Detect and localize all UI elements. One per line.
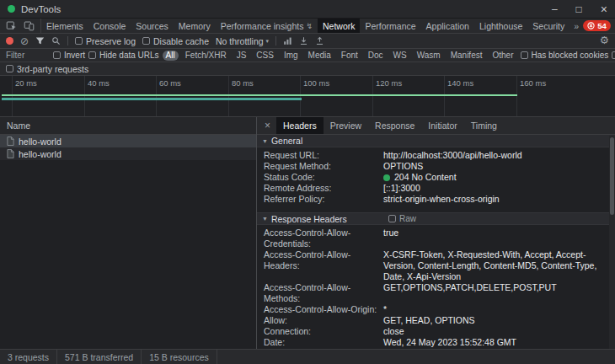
has-blocked-cookies-label: Has blocked cookies [532, 51, 609, 60]
request-row[interactable]: hello-world [0, 135, 256, 147]
request-row[interactable]: hello-world [0, 147, 256, 160]
tab-elements[interactable]: Elements [41, 19, 88, 33]
inspect-icon[interactable] [3, 20, 20, 31]
import-har-icon[interactable] [299, 36, 308, 46]
filter-type-other[interactable]: Other [489, 51, 516, 61]
throttling-value: No throttling [216, 36, 264, 46]
header-value: GET, HEAD, OPTIONS [383, 315, 608, 326]
filter-type-js[interactable]: JS [233, 51, 250, 61]
minimize-icon[interactable]: – [552, 4, 558, 14]
timeline-gridline [156, 76, 157, 116]
detail-tab-preview[interactable]: Preview [324, 117, 368, 134]
tab-performance[interactable]: Performance [360, 19, 420, 33]
header-name: Allow: [264, 315, 383, 326]
timeline-overview[interactable]: 20 ms 40 ms 60 ms 80 ms 100 ms 120 ms 14… [0, 76, 615, 117]
header-row: Access-Control-Allow-Credentials: true [257, 228, 615, 249]
detail-tab-initiator[interactable]: Initiator [421, 117, 463, 134]
hide-data-urls-checkbox[interactable]: Hide data URLs [88, 51, 159, 60]
filter-type-font[interactable]: Font [338, 51, 361, 61]
blocked-requests-checkbox[interactable]: Blocked Requests [612, 51, 615, 60]
header-name: Vary: [264, 348, 383, 349]
filter-type-wasm[interactable]: Wasm [414, 51, 444, 61]
close-icon[interactable]: × [601, 3, 607, 15]
filter-type-ws[interactable]: WS [390, 51, 410, 61]
document-icon [7, 149, 14, 158]
preserve-log-checkbox[interactable]: Preserve log [75, 36, 136, 46]
response-headers-section-header[interactable]: ▼ Response Headers Raw [257, 212, 615, 225]
filter-toggle-icon[interactable] [35, 36, 45, 46]
invert-checkbox[interactable]: Invert [53, 51, 85, 60]
error-count-badge[interactable]: 54 [583, 20, 611, 31]
detail-tab-headers[interactable]: Headers [276, 117, 324, 134]
panel-tabs: Elements Console Sources Memory Performa… [41, 19, 583, 33]
search-icon[interactable] [51, 36, 61, 46]
third-party-requests-checkbox[interactable]: 3rd-party requests [6, 64, 88, 74]
record-button[interactable] [6, 37, 13, 45]
filter-type-fetch-xhr[interactable]: Fetch/XHR [182, 51, 230, 61]
header-name: Access-Control-Allow-Origin: [264, 304, 383, 315]
app-icon [8, 5, 15, 13]
checkbox-box [612, 51, 615, 59]
status-bar: 3 requests 571 B transferred 15 B resour… [0, 349, 615, 364]
general-section-header[interactable]: ▼ General [257, 135, 615, 147]
panel-settings-gear-icon[interactable]: ⚙ [600, 35, 609, 46]
network-conditions-icon[interactable] [283, 36, 292, 46]
filter-type-css[interactable]: CSS [253, 51, 277, 61]
header-name: Access-Control-Allow-Credentials: [264, 228, 383, 249]
close-details-icon[interactable]: × [259, 117, 276, 134]
general-rows: Request URL: http://localhost:3000/api/h… [257, 147, 615, 207]
filter-input[interactable] [6, 51, 50, 60]
devtools-window: DevTools – □ × Elements Console Sources … [0, 0, 615, 364]
toolbar-separator [67, 36, 68, 46]
response-header-rows: Access-Control-Allow-Credentials: true A… [257, 225, 615, 349]
throttling-select[interactable]: No throttling ▾ [216, 36, 269, 46]
detail-tab-response[interactable]: Response [368, 117, 421, 134]
third-party-row: 3rd-party requests [0, 62, 615, 76]
header-row: Access-Control-Allow-Headers: X-CSRF-Tok… [257, 249, 615, 282]
tab-sources[interactable]: Sources [131, 19, 174, 33]
checkbox-box [53, 51, 61, 59]
tab-performance-insights[interactable]: Performance insights ↯ [216, 19, 318, 33]
filter-type-img[interactable]: Img [281, 51, 302, 61]
request-list-panel: Name hello-world hello-world [0, 117, 257, 349]
titlebar: DevTools – □ × [0, 0, 615, 19]
requests-count: 3 requests [0, 350, 57, 364]
raw-checkbox[interactable]: Raw [388, 214, 416, 223]
header-value: 204 No Content [383, 172, 608, 183]
tab-security[interactable]: Security [527, 19, 570, 33]
maximize-icon[interactable]: □ [576, 4, 582, 14]
document-icon [7, 136, 14, 146]
timeline-tick: 20 ms [15, 78, 37, 88]
header-row: Remote Address: [::1]:3000 [257, 183, 615, 194]
filter-type-manifest[interactable]: Manifest [447, 51, 486, 61]
disable-cache-checkbox[interactable]: Disable cache [142, 36, 209, 46]
filter-type-media[interactable]: Media [305, 51, 334, 61]
column-header-name[interactable]: Name [0, 117, 256, 135]
filter-type-doc[interactable]: Doc [365, 51, 387, 61]
header-name: Access-Control-Allow-Headers: [264, 249, 383, 282]
device-toolbar-icon[interactable] [20, 20, 38, 31]
export-har-icon[interactable] [315, 36, 324, 46]
checkbox-box [6, 65, 13, 72]
tabbar-tool-icons [0, 19, 41, 33]
header-name: Request Method: [264, 161, 383, 172]
timeline-tick: 40 ms [88, 78, 110, 88]
filter-type-all[interactable]: All [163, 51, 179, 61]
disclosure-triangle-icon: ▼ [262, 216, 268, 222]
header-row: Date: Wed, 24 May 2023 15:52:48 GMT [257, 337, 615, 348]
window-title: DevTools [21, 4, 61, 14]
tab-application[interactable]: Application [421, 19, 474, 33]
error-circle-icon [587, 22, 595, 29]
tab-lighthouse[interactable]: Lighthouse [474, 19, 527, 33]
timeline-request-bar [2, 98, 302, 100]
tab-memory[interactable]: Memory [174, 19, 216, 33]
has-blocked-cookies-checkbox[interactable]: Has blocked cookies [521, 51, 609, 60]
details-scrollbar[interactable] [609, 136, 615, 349]
more-tabs-icon[interactable]: » [570, 19, 583, 33]
tab-network[interactable]: Network [318, 19, 361, 33]
clear-button[interactable]: ⊘ [20, 36, 29, 46]
detail-tab-timing[interactable]: Timing [464, 117, 504, 134]
timeline-tick: 60 ms [159, 78, 181, 88]
tab-console[interactable]: Console [88, 19, 131, 33]
scrollbar-thumb[interactable] [610, 137, 614, 215]
